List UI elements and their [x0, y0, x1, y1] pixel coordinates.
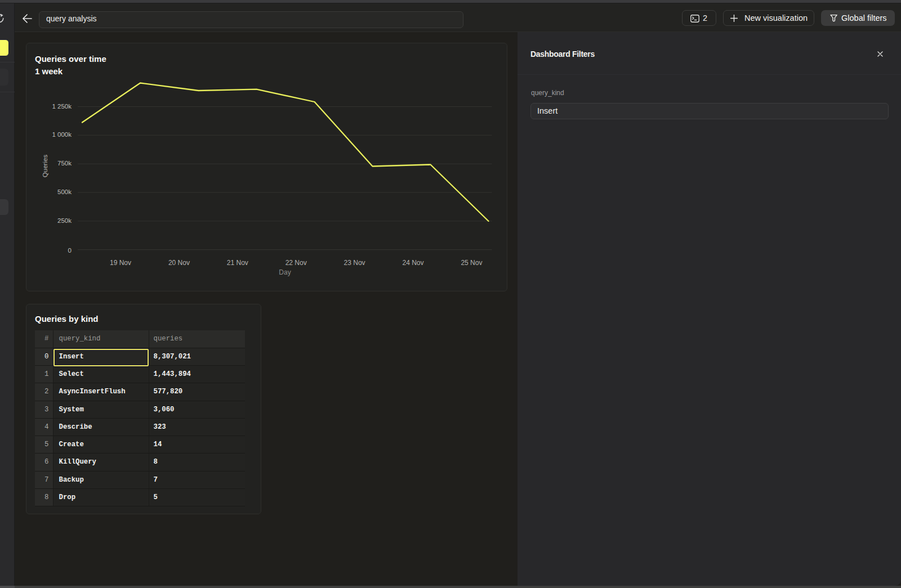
svg-text:500k: 500k	[57, 188, 72, 195]
svg-text:24 Nov: 24 Nov	[402, 259, 423, 267]
svg-text:21 Nov: 21 Nov	[227, 259, 248, 267]
svg-text:0: 0	[68, 247, 72, 254]
svg-text:20 Nov: 20 Nov	[168, 259, 190, 267]
svg-text:250k: 250k	[57, 217, 72, 224]
svg-text:23 Nov: 23 Nov	[344, 259, 365, 267]
svg-text:1 250k: 1 250k	[52, 103, 72, 110]
svg-text:1 000k: 1 000k	[52, 131, 72, 138]
svg-text:750k: 750k	[57, 160, 72, 167]
svg-text:19 Nov: 19 Nov	[110, 259, 131, 267]
svg-text:25 Nov: 25 Nov	[461, 259, 482, 267]
svg-text:Queries: Queries	[42, 155, 48, 178]
svg-text:22 Nov: 22 Nov	[286, 259, 307, 267]
svg-text:Day: Day	[279, 268, 291, 276]
